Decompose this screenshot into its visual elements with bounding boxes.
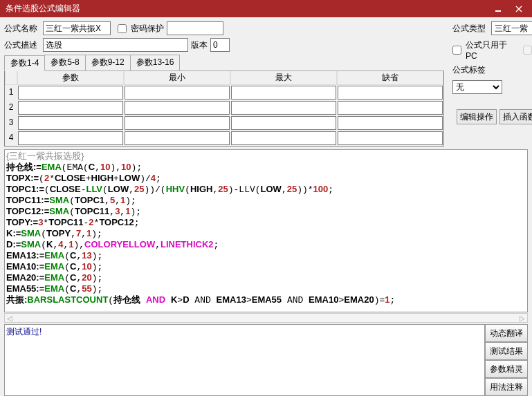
- tab-params-1[interactable]: 参数1-4: [4, 55, 45, 71]
- param-name-input[interactable]: [18, 131, 123, 145]
- minimize-icon[interactable]: [488, 3, 508, 15]
- param-row-index: 3: [5, 115, 17, 131]
- edit-op-button[interactable]: 编辑操作: [457, 109, 497, 124]
- name-input[interactable]: [43, 21, 111, 35]
- desc-input[interactable]: [43, 38, 188, 52]
- param-def-input[interactable]: [338, 86, 443, 100]
- param-head-blank: [5, 71, 17, 85]
- ver-label: 版本: [191, 39, 208, 51]
- param-max-input[interactable]: [231, 116, 336, 130]
- param-max-input[interactable]: [231, 131, 336, 145]
- param-wizard-button[interactable]: 参数精灵: [485, 360, 528, 378]
- hscroll[interactable]: ◁▷: [4, 313, 528, 323]
- close-icon[interactable]: [508, 3, 529, 15]
- param-def-input[interactable]: [338, 116, 443, 130]
- svg-rect-0: [495, 10, 501, 12]
- param-def-input[interactable]: [338, 101, 443, 115]
- dyn-trans-button[interactable]: 动态翻译: [485, 324, 528, 342]
- param-row: 2: [5, 100, 443, 115]
- type-select[interactable]: 三红一紫: [491, 21, 532, 35]
- param-name-input[interactable]: [18, 116, 123, 130]
- param-grid: 参数 最小 最大 缺省 1234: [4, 71, 444, 147]
- tab-params-4[interactable]: 参数13-16: [130, 55, 181, 70]
- param-row: 4: [5, 131, 443, 146]
- tag-label: 公式标签: [452, 64, 488, 76]
- desc-label: 公式描述: [4, 39, 40, 51]
- param-max-input[interactable]: [231, 101, 336, 115]
- code-editor[interactable]: {三红一紫共振选股} 持仓线:=EMA(EMA(C,10),10); TOPX:…: [4, 149, 528, 312]
- param-head-def: 缺省: [337, 71, 443, 85]
- pc-only-checkbox[interactable]: [452, 46, 461, 55]
- pwd-checkbox[interactable]: [118, 24, 127, 33]
- name-label: 公式名称: [4, 23, 40, 35]
- tab-params-2[interactable]: 参数5-8: [44, 55, 85, 70]
- test-result-button[interactable]: 测试结果: [485, 342, 528, 360]
- title-bar: 条件选股公式编辑器: [0, 0, 532, 17]
- param-row: 3: [5, 115, 443, 131]
- param-name-input[interactable]: [18, 101, 123, 115]
- param-min-input[interactable]: [125, 101, 230, 115]
- type-label: 公式类型: [452, 23, 488, 35]
- ver-input[interactable]: [210, 38, 230, 52]
- form-area: 公式名称 密码保护 公式描述 版本 参数1-4 参数5-8 参数9-12 参数1…: [0, 17, 532, 148]
- tag-select[interactable]: 无: [452, 80, 502, 94]
- param-min-input[interactable]: [125, 131, 230, 145]
- pwd-label: 密码保护: [131, 23, 164, 35]
- param-row-index: 2: [5, 100, 17, 115]
- tab-params-3[interactable]: 参数9-12: [85, 55, 131, 70]
- param-row-index: 4: [5, 131, 17, 146]
- param-head-max: 最大: [230, 71, 337, 85]
- param-tab-strip: 参数1-4 参数5-8 参数9-12 参数13-16: [4, 55, 444, 71]
- param-head-min: 最小: [124, 71, 230, 85]
- insert-fn-button[interactable]: 插入函数: [499, 109, 532, 124]
- pwd-input[interactable]: [167, 21, 223, 35]
- param-row-index: 1: [5, 85, 17, 100]
- cloud-checkbox[interactable]: [523, 46, 532, 55]
- param-def-input[interactable]: [338, 131, 443, 145]
- param-name-input[interactable]: [18, 86, 123, 100]
- param-max-input[interactable]: [231, 86, 336, 100]
- param-min-input[interactable]: [125, 86, 230, 100]
- param-min-input[interactable]: [125, 116, 230, 130]
- param-head-name: 参数: [17, 71, 124, 85]
- result-output: 测试通过!: [4, 324, 485, 396]
- pc-only-label: 公式只用于PC: [466, 39, 516, 61]
- usage-button[interactable]: 用法注释: [485, 378, 528, 396]
- param-row: 1: [5, 85, 443, 100]
- window-title: 条件选股公式编辑器: [3, 3, 488, 15]
